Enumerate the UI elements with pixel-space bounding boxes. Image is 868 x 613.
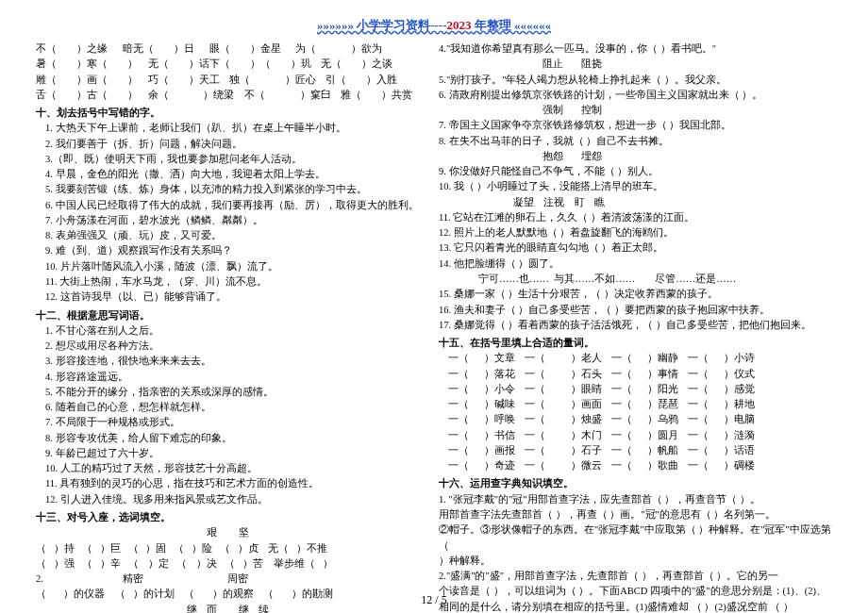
fill-row: 暑（ ）寒（ ） 无（ ）话下（ ）（ ）玑 无（ ）之谈 bbox=[36, 57, 429, 72]
item: 2."盛满"的"盛"，用部首查字法，先查部首（ ），再查部首（ ）。它的另一 bbox=[439, 569, 832, 584]
item: 11. 它站在江滩的卵石上，久久（ ）着清波荡漾的江面。 bbox=[439, 210, 832, 225]
measure-row: 一（ ）碱味 一（ ）画面 一（ ）琵琶 一（ ）耕地 bbox=[448, 397, 832, 412]
item: （ ）持 （ ）巨 （ ）固 （ ）险 （ ）贞 无（ ）不推 bbox=[36, 541, 429, 556]
item: 4."我知道你希望真有那么一匹马。没事的，你（ ）看书吧。" bbox=[439, 41, 832, 57]
item: 1. "张冠李戴"的"冠"用部首查字法，应先查部首（ ），再查音节（ ）。 bbox=[439, 492, 832, 507]
item: 14. 他把脸绷得（ ）圆了。 bbox=[439, 257, 832, 272]
word-pair: 艰 坚 bbox=[36, 525, 429, 540]
item: 12. 引人进入佳境。现多用来指风景或艺文作品。 bbox=[45, 492, 429, 507]
page-header: »»»»»» 小学学习资料----2023 年整理 «««««« bbox=[0, 0, 868, 34]
item: 强制 控制 bbox=[439, 103, 832, 118]
header-suffix: 年整理 «««««« bbox=[472, 18, 552, 32]
item: 抱怨 埋怨 bbox=[439, 149, 832, 164]
item: 6. 清政府刚提出修筑京张铁路的计划，一些帝国主义国家就出来（ ）。 bbox=[439, 88, 832, 103]
section-12-title: 十二、根据意思写词语。 bbox=[36, 308, 429, 323]
item: ）种解释。 bbox=[439, 554, 832, 569]
item: 1. 大热天下午上课前，老师让我们（趴、扒）在桌上午睡半小时。 bbox=[45, 121, 429, 136]
fill-row: 舌（ ）古（ ） 余（ ）绕梁 不（ ）窠臼 雅（ ）共赏 bbox=[36, 88, 429, 103]
item: 17. 桑娜觉得（ ）看着西蒙的孩子活活饿死，（ ）自己多受些苦，把他们抱回来。 bbox=[439, 318, 832, 333]
page-number: 12 / 5 bbox=[0, 593, 868, 607]
item: 6. 中国人民已经取得了伟大的成就，我们要再接再（励、厉），取得更大的胜利。 bbox=[45, 198, 429, 213]
left-column: 不（ ）之缘 暗无（ ）日 眼（ ）金星 为（ ）欲为 暑（ ）寒（ ） 无（ … bbox=[36, 41, 429, 613]
item: 10. 我（ ）小明睡过了头，没能搭上清早的班车。 bbox=[439, 179, 832, 194]
item: 5. 我要刻苦锻（练、炼）身体，以充沛的精力投入到紧张的学习中去。 bbox=[45, 182, 429, 197]
item: 8. 表弟强强又（顽、玩）皮，又可爱。 bbox=[45, 228, 429, 243]
item: 9. 年龄已超过了六十岁。 bbox=[45, 446, 429, 461]
item: 8. 形容专攻优美，给人留下难忘的印象。 bbox=[45, 431, 429, 446]
item: 7. 不局限于一种规格或形式。 bbox=[45, 415, 429, 430]
item: 9. 难（到、道）观察跟写作没有关系吗？ bbox=[45, 243, 429, 258]
header-year: 2023 bbox=[447, 18, 472, 32]
measure-row: 一（ ）奇迹 一（ ）微云 一（ ）歌曲 一（ ）碉楼 bbox=[448, 458, 832, 473]
item: 11. 大街上热闹，车水马龙，（穿、川）流不息。 bbox=[45, 274, 429, 290]
fill-row: 不（ ）之缘 暗无（ ）日 眼（ ）金星 为（ ）欲为 bbox=[36, 41, 429, 57]
item: 11. 具有独到的灵巧的心思，指在技巧和艺术方面的创造性。 bbox=[45, 476, 429, 491]
item: 13. 它只闪着青光的眼睛直勾勾地（ ）着正太郎。 bbox=[439, 240, 832, 256]
item: 4. 早晨，金色的阳光（撒、洒）向大地，我迎着太阳上学去。 bbox=[45, 167, 429, 182]
item: 5."别打孩子。"年轻人竭力想从轮椅上挣扎起来（ ）。我父亲。 bbox=[439, 73, 832, 88]
measure-row: 一（ ）落花 一（ ）石头 一（ ）事情 一（ ）仪式 bbox=[448, 367, 832, 382]
measure-row: 一（ ）文章 一（ ）老人 一（ ）幽静 一（ ）小诗 bbox=[448, 351, 832, 366]
section-13-title: 十三、对号入座，选词填空。 bbox=[36, 510, 429, 525]
item: （ ）强 （ ）辛 （ ）定 （ ）决 （ ）苦 举步维（ ） bbox=[36, 556, 429, 572]
item: 15. 桑娜一家（ ）生活十分艰苦，（ ）决定收养西蒙的孩子。 bbox=[439, 287, 832, 302]
section-15-title: 十五、在括号里填上合适的量词。 bbox=[439, 336, 832, 351]
item: 9. 你没做好只能怪自己不争气，不能（ ）别人。 bbox=[439, 164, 832, 179]
item: 4. 形容路途遥远。 bbox=[45, 370, 429, 385]
item: 10. 人工的精巧过了天然，形容技艺十分高超。 bbox=[45, 461, 429, 476]
item: 7. 帝国主义国家争夺京张铁路修筑权，想进一步（ ）我国北部。 bbox=[439, 118, 832, 133]
item: 12. 这首诗我早（以、已）能够背诵了。 bbox=[45, 290, 429, 305]
item: ②帽子。③形状像帽子的东西。在"张冠李戴"中应取第（ ）种解释。在"冠军"中应选… bbox=[439, 522, 832, 554]
measure-row: 一（ ）小令 一（ ）眼睛 一（ ）阳光 一（ ）感觉 bbox=[448, 382, 832, 397]
item: 2. 精密 周密 bbox=[36, 572, 429, 587]
section-10-title: 十、划去括号中写错的字。 bbox=[36, 106, 429, 121]
item: 5. 不能分开的缘分，指亲密的关系或深厚的感情。 bbox=[45, 385, 429, 400]
item: 7. 小舟荡漾在河面，碧水波光（鳞鳞、粼粼）。 bbox=[45, 213, 429, 228]
item: 6. 随着自己的心意，想怎样就怎样。 bbox=[45, 400, 429, 415]
item: 2. 想尽或用尽各种方法。 bbox=[45, 339, 429, 354]
header-prefix: »»»»»» 小学学习资料---- bbox=[317, 18, 447, 32]
measure-row: 一（ ）书信 一（ ）木门 一（ ）圆月 一（ ）涟漪 bbox=[448, 428, 832, 443]
item: 16. 渔夫和妻子（ ）自己多受些苦，（ ）要把西蒙的孩子抱回家中扶养。 bbox=[439, 303, 832, 318]
item: 宁可……也…… 与其……不如…… 尽管……还是…… bbox=[439, 272, 832, 287]
item: 3.（即、既）使明天下雨，我也要参加慰问老年人活动。 bbox=[45, 152, 429, 167]
item: 2. 我们要善于（拆、折）问题，解决问题。 bbox=[45, 137, 429, 152]
item: 10. 片片落叶随风流入小溪，随波（漂、飘）流了。 bbox=[45, 259, 429, 274]
item: 用部首查字法先查部首（ ），再查（ ）画。"冠"的意思有（ ）名列第一。 bbox=[439, 507, 832, 522]
fill-row: 雕（ ）画（ ） 巧（ ）天工 独（ ）匠心 引（ ）入胜 bbox=[36, 73, 429, 88]
right-column: 4."我知道你希望真有那么一匹马。没事的，你（ ）看书吧。" 阻止 阻挠 5."… bbox=[439, 41, 832, 613]
item: 1. 不甘心落在别人之后。 bbox=[45, 323, 429, 339]
item: 8. 在失不出马菲的日子，我就（ ）自己不去书摊。 bbox=[439, 134, 832, 149]
measure-row: 一（ ）画报 一（ ）石子 一（ ）帆船 一（ ）话语 bbox=[448, 443, 832, 458]
section-16-title: 十六、运用查字典知识填空。 bbox=[439, 476, 832, 491]
item: 3. 形容接连地，很快地来来来去去。 bbox=[45, 354, 429, 369]
item: 12. 照片上的老人默默地（ ）着盘旋翻飞的海鸥们。 bbox=[439, 225, 832, 240]
item: 阻止 阻挠 bbox=[439, 57, 832, 72]
measure-row: 一（ ）呼唤 一（ ）烛盛 一（ ）乌鸦 一（ ）电脑 bbox=[448, 412, 832, 427]
item: 凝望 注视 盯 瞧 bbox=[439, 195, 832, 210]
